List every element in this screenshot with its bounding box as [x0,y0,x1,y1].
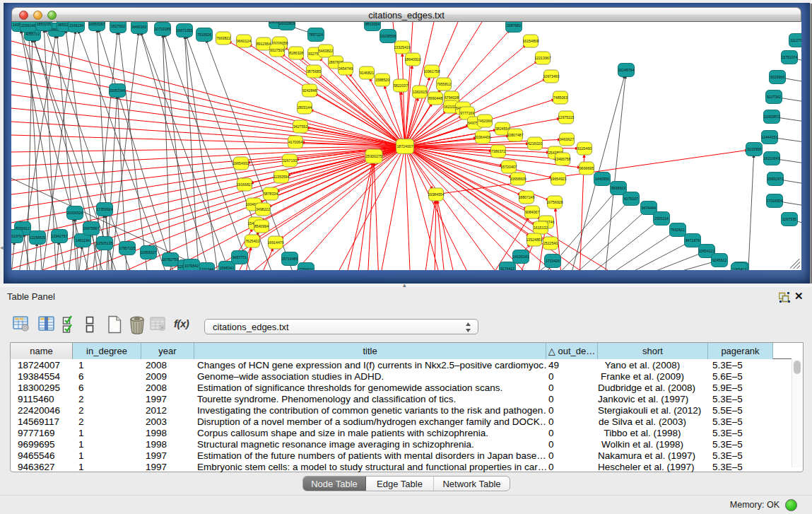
graph-node-label: 18640910 [404,57,420,62]
graph-node-label: 9660124 [237,39,251,43]
column-header-name[interactable]: name [11,343,73,359]
table-row[interactable]: 2242004622012Investigating the contribut… [11,405,792,416]
float-panel-icon[interactable] [779,291,790,302]
table-cell: 1998 [141,428,194,439]
table-column-icon[interactable] [38,315,55,335]
graph-node-label: 13495758 [554,157,570,161]
table-row[interactable]: 969969511998Structural magnetic resonanc… [11,439,792,450]
tab-node-table[interactable]: Node Table [303,477,366,491]
table-panel-header: Table Panel ✕ [0,287,812,306]
table-cell: Genome–wide association studies in ADHD. [194,371,546,382]
graph-node-label: 9146821 [360,71,374,75]
graph-node-label: 17016504 [766,199,782,203]
window-resize-grip[interactable] [790,259,800,269]
graph-node-label: 8938923 [611,186,625,190]
graph-node-label: 9457771 [233,255,247,259]
table-row[interactable]: 1872400712008Changes of HCN gene express… [11,360,792,371]
graph-node-label: 19975867 [83,226,99,230]
table-row[interactable]: 1830029562008Estimation of significance … [11,382,792,394]
table-cell: 5.3E–5 [708,462,773,473]
delete-table-icon[interactable] [150,315,167,335]
node-table: namein_degreeyeartitle△ out_de…shortpage… [10,342,804,472]
table-cell: 14569117 [11,416,73,428]
memory-status-label: Memory: OK [730,500,779,510]
graph-node-label: 2803144 [298,105,312,110]
trash-icon[interactable] [129,315,146,337]
column-header-outde[interactable]: △ out_de… [546,343,598,359]
table-select-dropdown[interactable]: citations_edges.txt [204,319,478,334]
table-row[interactable]: 946554611997Estimation of the future num… [11,450,792,462]
table-cell: Wolkin et al. (1998) [598,439,708,450]
graph-edge-red [260,146,405,236]
new-file-icon[interactable] [107,315,122,337]
column-header-short[interactable]: short [598,343,708,359]
table-cell: Tibbo et al. (1998) [598,428,708,439]
table-cell: 18724007 [11,360,73,371]
table-cell: 1 [73,439,141,450]
graph-node-label: 7515526 [197,33,211,37]
table-cell: Hescheler et al. (1997) [598,462,708,473]
graph-node-label: 5463822 [319,49,333,53]
table-row[interactable]: 977716911998Corpus callosum shape and si… [11,428,792,439]
table-cell: Embryonic stem cells: a model to study s… [194,462,546,473]
table-vertical-scrollbar[interactable] [792,359,803,467]
graph-node-label: 7857224 [309,33,323,37]
table-cell: 1 [73,450,141,462]
graph-node-label: 9227342 [767,95,781,99]
column-header-pagerank[interactable]: pagerank [708,343,773,359]
row-checks-icon[interactable] [62,315,78,337]
graph-node-label: 1167535 [782,217,796,221]
graph-node-label: 12505135 [96,241,112,245]
table-cell: 0 [546,450,598,462]
graph-edge-red [321,77,405,146]
table-cell: 2009 [141,371,194,382]
tab-edge-table[interactable]: Edge Table [366,477,434,491]
graph-node-label: 7955812 [437,82,451,86]
graph-node-label: 6216020 [528,141,542,146]
table-cell: 1998 [141,439,194,450]
graph-node-label: 20364436 [474,135,490,139]
column-boxes-icon[interactable] [86,315,94,337]
table-row[interactable]: 1456911722003Disruption of a novel membe… [11,416,792,428]
table-row[interactable]: 946362711997Embryonic stem cells: a mode… [11,462,792,473]
graph-node-label: 2169134 [69,23,83,28]
function-icon[interactable]: f(x) [174,317,189,329]
table-cell: 5.3E–5 [708,450,773,462]
graph-node-label: 7386372 [491,149,505,153]
graph-node-label: 12093872 [763,115,779,119]
graph-edge-red [382,146,405,270]
graph-node-label: 14136141 [512,255,529,259]
graph-node-label: 20206526 [66,211,83,215]
close-panel-icon[interactable]: ✕ [794,290,804,303]
table-cell: 2 [73,416,141,428]
table-settings-icon[interactable] [13,315,30,335]
column-header-title[interactable]: title [194,343,546,359]
scrollbar-thumb[interactable] [794,361,801,374]
memory-ok-indicator[interactable] [785,499,797,511]
graph-edge-black [783,202,801,206]
table-cell: 5.3E–5 [708,360,773,371]
table-cell: Estimation of the future numbers of pati… [194,450,546,462]
graph-edge-black [186,39,219,270]
graph-node-label: 10961758 [423,69,440,74]
table-row[interactable]: 1938455462009Genome–wide association stu… [11,371,792,382]
graph-edge-black [786,78,801,83]
tab-network-table[interactable]: Network Table [434,477,510,491]
column-header-year[interactable]: year [141,343,194,359]
graph-edge-black [782,98,801,103]
graph-node-label: 10958107 [140,250,156,255]
table-cell: 2008 [141,360,194,371]
table-row[interactable]: 911546021997Tourette syndrome. Phenomeno… [11,394,792,405]
table-cell: Structural magnetic resonance image aver… [194,439,546,450]
graph-node-label: 8186328 [289,51,303,55]
graph-node-label: 10756928 [546,200,563,204]
left-divider-collapse-icon[interactable]: ◂ [0,244,4,251]
network-canvas[interactable]: 1405571405571222691462069140618532359853… [11,22,801,270]
graph-node-label: 15716485 [281,257,298,261]
graph-node-label: 9115460 [577,146,592,151]
window-titlebar[interactable]: citations_edges.txt [11,7,801,22]
graph-node-label: 1065413 [732,267,746,270]
graph-node-label: 1451194 [76,238,90,243]
table-cell: 5.6E–5 [708,371,773,382]
column-header-indegree[interactable]: in_degree [73,343,141,359]
